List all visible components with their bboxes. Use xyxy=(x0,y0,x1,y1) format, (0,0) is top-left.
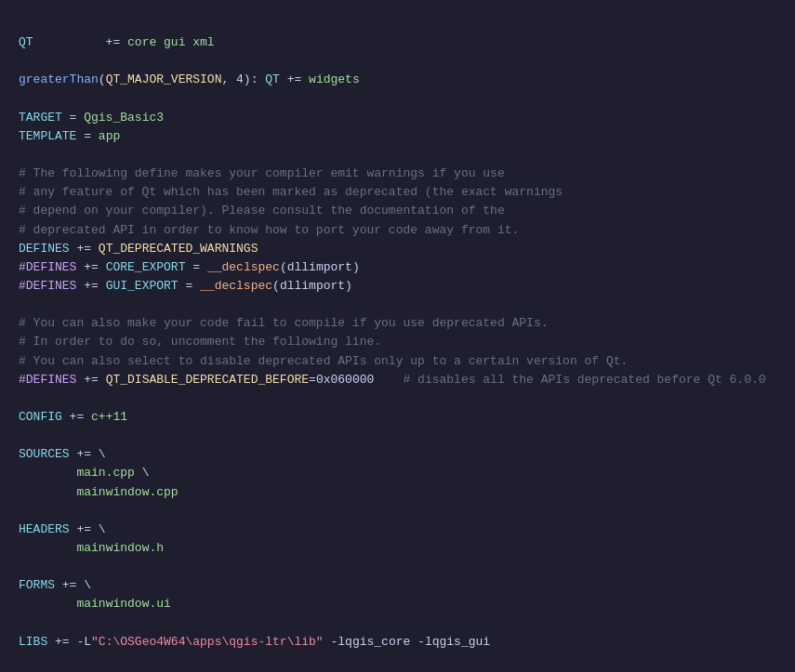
line-3-fn: greaterThan xyxy=(19,72,99,86)
code-editor: QT += core gui xml greaterThan(QT_MAJOR_… xyxy=(19,15,776,672)
line-1-kw: QT xyxy=(19,35,33,49)
